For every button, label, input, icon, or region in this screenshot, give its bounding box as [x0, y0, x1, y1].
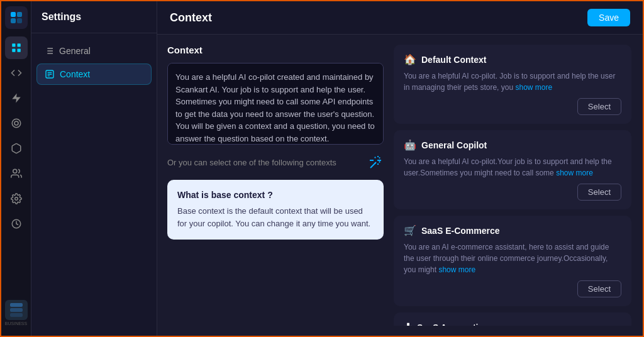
- default-show-more[interactable]: show more: [515, 83, 552, 92]
- select-button-general[interactable]: Select: [577, 184, 621, 201]
- app-logo: [5, 6, 28, 29]
- settings-title: Settings: [31, 1, 157, 33]
- icon-sidebar: BUSINESS: [1, 1, 31, 336]
- select-button-default[interactable]: Select: [577, 98, 621, 115]
- general-copilot-icon: 🤖: [404, 139, 416, 151]
- info-card-text: Base context is the default context that…: [177, 205, 374, 229]
- card-footer-default: Select: [404, 98, 621, 115]
- context-card-ecommerce: 🛒 SaaS E-Commerce You are an AI e-commer…: [394, 216, 631, 306]
- svg-rect-5: [17, 43, 20, 47]
- page-title: Context: [170, 11, 212, 25]
- bottom-logo-area: BUSINESS: [5, 300, 28, 331]
- layers-icon: [11, 118, 22, 129]
- code-icon: [11, 67, 22, 79]
- users-icon-btn[interactable]: [5, 162, 28, 185]
- lightning-icon: [11, 92, 22, 104]
- svg-rect-4: [12, 43, 15, 47]
- layers-icon-btn[interactable]: [5, 112, 28, 135]
- ecommerce-show-more[interactable]: show more: [438, 265, 475, 274]
- svg-point-9: [14, 121, 18, 125]
- card-footer-ecommerce: Select: [404, 280, 621, 297]
- card-header-general: 🤖 General Copilot: [404, 139, 621, 151]
- card-header-default: 🏠 Default Context: [404, 53, 621, 65]
- settings-icon: [11, 193, 22, 204]
- context-card-default: 🏠 Default Context You are a helpful AI c…: [394, 45, 631, 124]
- general-label: General: [59, 46, 91, 56]
- grid-icon: [11, 42, 22, 53]
- svg-rect-3: [17, 18, 22, 23]
- card-header-ecommerce: 🛒 SaaS E-Commerce: [404, 224, 621, 236]
- select-button-ecommerce[interactable]: Select: [577, 280, 621, 297]
- or-select-row: Or you can select one of the following c…: [167, 152, 384, 172]
- main-content: Context Save Context You are a helpful A…: [157, 1, 643, 336]
- sidebar-item-general[interactable]: General: [36, 41, 152, 61]
- general-copilot-title: General Copilot: [421, 140, 487, 150]
- logo-icon: [9, 10, 24, 25]
- magic-wand-icon[interactable]: [369, 155, 384, 170]
- context-section-label: Context: [167, 45, 384, 55]
- svg-rect-0: [11, 12, 16, 17]
- context-label-nav: Context: [60, 69, 90, 79]
- main-header: Context Save: [157, 1, 643, 35]
- default-context-icon: 🏠: [404, 53, 416, 65]
- card-footer-general: Select: [404, 184, 621, 201]
- grid-icon-btn[interactable]: [5, 36, 28, 59]
- code-icon-btn[interactable]: [5, 62, 28, 84]
- package-icon-btn[interactable]: [5, 137, 28, 160]
- general-show-more[interactable]: show more: [556, 168, 593, 177]
- main-body: Context You are a helpful AI co-pilot cr…: [157, 35, 643, 336]
- general-copilot-desc: You are a helpful AI co-pilot.Your job i…: [404, 156, 621, 179]
- settings-sidebar: Settings General Context: [31, 1, 157, 336]
- or-select-text: Or you can select one of the following c…: [167, 158, 336, 167]
- lightning-icon-btn[interactable]: [5, 87, 28, 109]
- accounting-title: SaaS Accounting: [417, 323, 489, 326]
- settings-icon-btn[interactable]: [5, 187, 28, 210]
- info-card-title: What is base context ?: [177, 190, 374, 200]
- svg-point-11: [14, 197, 18, 201]
- context-textarea[interactable]: You are a helpful AI co-pilot created an…: [167, 63, 384, 145]
- general-icon: [44, 46, 54, 56]
- context-card-general: 🤖 General Copilot You are a helpful AI c…: [394, 130, 631, 209]
- default-context-title: Default Context: [421, 55, 486, 65]
- svg-point-10: [13, 169, 16, 173]
- svg-point-8: [12, 119, 21, 128]
- sidebar-item-context[interactable]: Context: [36, 64, 152, 85]
- accounting-icon: ✚: [404, 321, 412, 326]
- right-panel: 🏠 Default Context You are a helpful AI c…: [394, 45, 633, 326]
- context-card-accounting: ✚ SaaS Accounting You are an AI accounti…: [394, 312, 631, 326]
- history-icon-btn[interactable]: [5, 213, 28, 235]
- save-button[interactable]: Save: [587, 9, 630, 26]
- svg-rect-7: [17, 49, 20, 52]
- ecommerce-desc: You are an AI e-commerce assistant, here…: [404, 241, 621, 275]
- svg-rect-2: [11, 18, 16, 23]
- ecommerce-icon: 🛒: [404, 224, 416, 236]
- svg-rect-6: [12, 49, 15, 52]
- context-icon: [45, 69, 55, 79]
- default-context-desc: You are a helpful AI co-pilot. Job is to…: [404, 70, 621, 93]
- card-header-accounting: ✚ SaaS Accounting: [404, 321, 621, 326]
- history-icon: [11, 218, 22, 229]
- ecommerce-title: SaaS E-Commerce: [421, 226, 500, 236]
- info-card: What is base context ? Base context is t…: [167, 180, 384, 240]
- left-panel: Context You are a helpful AI co-pilot cr…: [167, 45, 384, 326]
- settings-nav: General Context: [31, 33, 157, 92]
- svg-rect-1: [17, 12, 22, 17]
- users-icon: [11, 168, 22, 179]
- package-icon: [11, 143, 22, 154]
